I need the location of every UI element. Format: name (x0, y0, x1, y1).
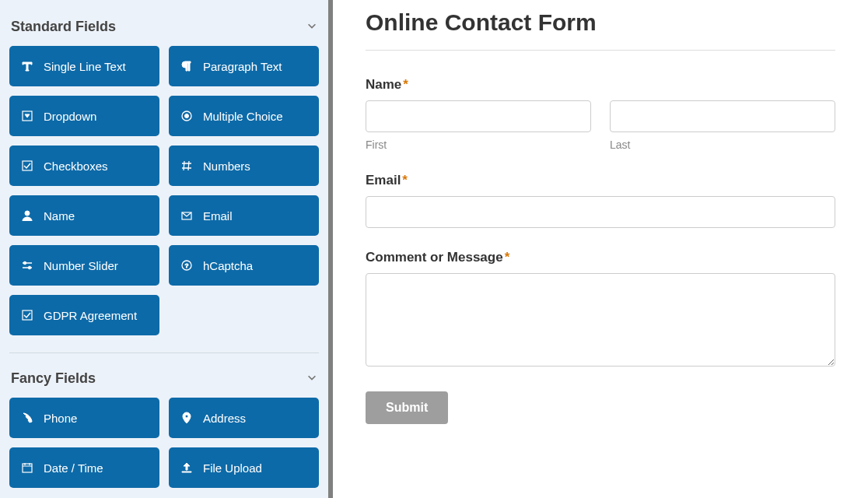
svg-point-8 (28, 266, 31, 269)
field-email[interactable]: Email (169, 195, 319, 236)
svg-rect-12 (23, 464, 32, 472)
message-label: Comment or Message* (366, 250, 835, 265)
svg-rect-4 (23, 161, 32, 170)
first-name-input[interactable] (366, 100, 591, 132)
section-divider (9, 352, 319, 353)
last-sublabel: Last (610, 139, 835, 151)
check-square-icon (20, 308, 34, 322)
first-sublabel: First (366, 139, 591, 151)
field-number-slider[interactable]: Number Slider (9, 245, 159, 286)
field-name[interactable]: Name (9, 195, 159, 236)
last-name-input[interactable] (610, 100, 835, 132)
svg-text:?: ? (185, 262, 189, 269)
form-field-email: Email* (366, 173, 835, 228)
form-field-name: Name* First Last (366, 77, 835, 151)
field-label: Date / Time (44, 461, 103, 475)
chevron-down-icon (306, 19, 317, 35)
field-hcaptcha[interactable]: ? hCaptcha (169, 245, 319, 286)
required-asterisk: * (402, 173, 408, 188)
field-label: Phone (44, 412, 77, 425)
section-header-fancy[interactable]: Fancy Fields (9, 363, 319, 398)
svg-point-7 (23, 261, 26, 265)
field-label: Paragraph Text (203, 60, 282, 73)
svg-point-5 (25, 211, 30, 216)
fancy-fields-grid: Phone Address Date / Time File Upload (9, 398, 319, 496)
calendar-icon (20, 461, 34, 475)
field-multiple-choice[interactable]: Multiple Choice (169, 96, 319, 136)
caret-square-icon (20, 109, 34, 123)
chevron-down-icon (306, 370, 317, 387)
form-field-message: Comment or Message* (366, 250, 835, 370)
title-divider (366, 50, 835, 51)
email-input[interactable] (366, 196, 835, 228)
envelope-icon (180, 209, 194, 223)
field-checkboxes[interactable]: Checkboxes (9, 146, 159, 186)
required-asterisk: * (403, 77, 408, 92)
field-label: Numbers (203, 160, 250, 173)
page-title: Online Contact Form (366, 9, 835, 36)
phone-icon (20, 411, 34, 425)
field-label: File Upload (203, 461, 262, 475)
field-label: Name (44, 209, 75, 223)
form-preview: Online Contact Form Name* First Last Ema… (333, 0, 868, 498)
section-title: Standard Fields (11, 19, 116, 35)
field-label: Single Line Text (44, 60, 126, 73)
field-label: Checkboxes (44, 160, 108, 173)
submit-button[interactable]: Submit (366, 391, 448, 424)
section-header-standard[interactable]: Standard Fields (9, 8, 319, 46)
email-label: Email* (366, 173, 835, 188)
paragraph-icon (180, 59, 194, 73)
name-label: Name* (366, 77, 835, 93)
upload-icon (180, 461, 194, 475)
field-date-time[interactable]: Date / Time (9, 447, 159, 488)
field-label: Email (203, 209, 233, 223)
field-label: Number Slider (44, 259, 118, 272)
field-phone[interactable]: Phone (9, 398, 159, 438)
field-address[interactable]: Address (169, 398, 319, 438)
question-circle-icon: ? (180, 258, 194, 272)
svg-point-3 (185, 114, 189, 118)
section-title: Fancy Fields (11, 370, 96, 387)
field-dropdown[interactable]: Dropdown (9, 96, 159, 136)
map-marker-icon (180, 411, 194, 425)
svg-rect-11 (23, 310, 32, 320)
text-icon (20, 59, 34, 73)
sliders-icon (20, 258, 34, 272)
field-file-upload[interactable]: File Upload (169, 447, 319, 488)
field-label: Multiple Choice (203, 110, 283, 123)
field-numbers[interactable]: Numbers (169, 146, 319, 186)
sidebar: Standard Fields Single Line Text Paragra… (0, 0, 333, 498)
user-icon (20, 209, 34, 223)
field-label: hCaptcha (203, 259, 253, 272)
check-square-icon (20, 159, 34, 173)
hashtag-icon (180, 159, 194, 173)
field-label: Dropdown (44, 110, 96, 123)
message-textarea[interactable] (366, 273, 835, 366)
field-gdpr-agreement[interactable]: GDPR Agreement (9, 295, 159, 335)
field-label: GDPR Agreement (44, 309, 137, 322)
field-paragraph-text[interactable]: Paragraph Text (169, 46, 319, 86)
field-single-line-text[interactable]: Single Line Text (9, 46, 159, 86)
required-asterisk: * (505, 250, 510, 265)
svg-marker-1 (25, 114, 30, 117)
standard-fields-grid: Single Line Text Paragraph Text Dropdown… (9, 46, 319, 343)
field-label: Address (203, 412, 246, 425)
dot-circle-icon (180, 109, 194, 123)
